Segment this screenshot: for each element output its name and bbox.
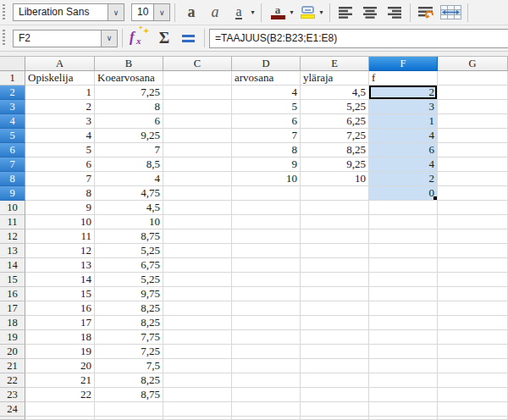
row-header-8[interactable]: 8 xyxy=(0,172,25,186)
row-header-15[interactable]: 15 xyxy=(0,273,25,287)
cell-G18[interactable] xyxy=(438,316,508,330)
column-header-D[interactable]: D xyxy=(232,57,301,71)
chevron-down-icon[interactable]: ∨ xyxy=(153,4,169,20)
cell-G12[interactable] xyxy=(438,229,508,244)
row-header-17[interactable]: 17 xyxy=(0,301,25,316)
cell-G16[interactable] xyxy=(438,287,508,301)
cell-F2[interactable]: 2 xyxy=(369,86,438,100)
cell-D4[interactable]: 6 xyxy=(232,114,301,129)
select-all-corner[interactable] xyxy=(0,57,25,71)
row-header-6[interactable]: 6 xyxy=(0,143,25,158)
cell-C4[interactable] xyxy=(163,114,232,129)
cell-B22[interactable]: 8,25 xyxy=(95,373,163,388)
cell-D5[interactable]: 7 xyxy=(232,129,301,143)
formulabar-drag-handle[interactable] xyxy=(3,30,5,47)
cell-F6[interactable]: 6 xyxy=(369,143,438,158)
row-header-18[interactable]: 18 xyxy=(0,316,25,330)
cell-G10[interactable] xyxy=(438,201,508,215)
font-color-dropdown-arrow[interactable]: ▾ xyxy=(288,8,295,16)
cell-G3[interactable] xyxy=(438,100,508,114)
cell-C3[interactable] xyxy=(163,100,232,114)
cell-B7[interactable]: 8,5 xyxy=(95,158,163,172)
cell-A19[interactable]: 18 xyxy=(25,330,95,345)
cell-E7[interactable]: 9,25 xyxy=(301,158,369,172)
cell-G22[interactable] xyxy=(438,373,508,388)
cell-A1[interactable]: Opiskelija xyxy=(25,71,95,86)
cell-D15[interactable] xyxy=(232,273,301,287)
cell-F19[interactable] xyxy=(369,330,438,345)
cell-G6[interactable] xyxy=(438,143,508,158)
cell-E24[interactable] xyxy=(301,402,369,417)
formula-input[interactable]: =TAAJUUS(B2:B23;E1:E8) xyxy=(209,29,508,48)
cell-D2[interactable]: 4 xyxy=(232,86,301,100)
cell-F24[interactable] xyxy=(369,402,438,417)
cell-E15[interactable] xyxy=(301,273,369,287)
cell-C5[interactable] xyxy=(163,129,232,143)
chevron-down-icon[interactable]: ∨ xyxy=(108,4,124,20)
row-header-21[interactable]: 21 xyxy=(0,359,25,373)
cell-E22[interactable] xyxy=(301,373,369,388)
cell-C17[interactable] xyxy=(163,301,232,316)
cell-G14[interactable] xyxy=(438,258,508,273)
cell-F10[interactable] xyxy=(369,201,438,215)
cell-G15[interactable] xyxy=(438,273,508,287)
row-header-14[interactable]: 14 xyxy=(0,258,25,273)
cell-E14[interactable] xyxy=(301,258,369,273)
row-header-3[interactable]: 3 xyxy=(0,100,25,114)
cell-B18[interactable]: 8,25 xyxy=(95,316,163,330)
cell-B2[interactable]: 7,25 xyxy=(95,86,163,100)
cell-B20[interactable]: 7,25 xyxy=(95,345,163,359)
cell-D1[interactable]: arvosana xyxy=(232,71,301,86)
cell-A4[interactable]: 3 xyxy=(25,114,95,129)
highlight-color-button[interactable] xyxy=(297,3,318,23)
cell-F21[interactable] xyxy=(369,359,438,373)
row-header-19[interactable]: 19 xyxy=(0,330,25,345)
cell-E17[interactable] xyxy=(301,301,369,316)
function-wizard-button[interactable]: f x ✦ ✦ xyxy=(129,28,151,48)
cell-D21[interactable] xyxy=(232,359,301,373)
font-size-combobox[interactable]: 10 ∨ xyxy=(131,3,170,21)
cell-E12[interactable] xyxy=(301,229,369,244)
cell-B16[interactable]: 9,75 xyxy=(95,287,163,301)
cell-C10[interactable] xyxy=(163,201,232,215)
row-header-16[interactable]: 16 xyxy=(0,287,25,301)
cell-F13[interactable] xyxy=(369,244,438,258)
cell-G20[interactable] xyxy=(438,345,508,359)
cell-D20[interactable] xyxy=(232,345,301,359)
cell-A3[interactable]: 2 xyxy=(25,100,95,114)
cell-A16[interactable]: 15 xyxy=(25,287,95,301)
cell-B9[interactable]: 4,75 xyxy=(95,186,163,201)
cell-A9[interactable]: 8 xyxy=(25,186,95,201)
cell-B4[interactable]: 6 xyxy=(95,114,163,129)
cell-C8[interactable] xyxy=(163,172,232,186)
cell-F3[interactable]: 3 xyxy=(369,100,438,114)
cell-A13[interactable]: 12 xyxy=(25,244,95,258)
font-name-value[interactable]: Liberation Sans xyxy=(14,4,108,20)
row-header-24[interactable]: 24 xyxy=(0,402,25,417)
cell-F4[interactable]: 1 xyxy=(369,114,438,129)
align-right-button[interactable] xyxy=(384,3,404,23)
cell-C18[interactable] xyxy=(163,316,232,330)
cell-F12[interactable] xyxy=(369,229,438,244)
cell-G13[interactable] xyxy=(438,244,508,258)
cell-A18[interactable]: 17 xyxy=(25,316,95,330)
cell-E6[interactable]: 8,25 xyxy=(301,143,369,158)
cell-A24[interactable] xyxy=(25,402,95,417)
cell-G4[interactable] xyxy=(438,114,508,129)
row-header-partial[interactable] xyxy=(0,417,25,420)
underline-dropdown-arrow[interactable]: ▾ xyxy=(249,8,257,16)
cell-D16[interactable] xyxy=(232,287,301,301)
cell-E18[interactable] xyxy=(301,316,369,330)
cell-A14[interactable]: 13 xyxy=(25,258,95,273)
cell-D7[interactable]: 9 xyxy=(232,158,301,172)
cell-A17[interactable]: 16 xyxy=(25,301,95,316)
row-header-7[interactable]: 7 xyxy=(0,158,25,172)
cell-E5[interactable]: 7,25 xyxy=(301,129,369,143)
cell-E16[interactable] xyxy=(301,287,369,301)
name-box[interactable]: F2 ∨ xyxy=(13,30,118,47)
cell-E4[interactable]: 6,25 xyxy=(301,114,369,129)
cell-G23[interactable] xyxy=(438,388,508,402)
column-header-C[interactable]: C xyxy=(163,57,232,71)
cell-B14[interactable]: 6,75 xyxy=(95,258,163,273)
cell-A12[interactable]: 11 xyxy=(25,229,95,244)
